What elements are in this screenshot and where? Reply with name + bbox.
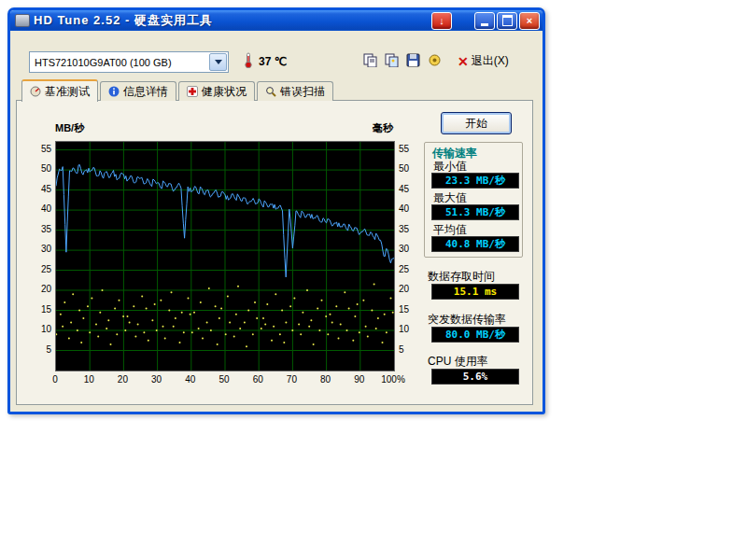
y-tick-right: 55 bbox=[399, 144, 423, 154]
drive-select-value: HTS721010G9AT00 (100 GB) bbox=[30, 57, 208, 68]
save-icon[interactable] bbox=[405, 52, 421, 68]
x-tick: 50 bbox=[209, 374, 239, 385]
benchmark-plot bbox=[55, 141, 395, 371]
x-tick: 0 bbox=[40, 374, 70, 385]
x-tick: 60 bbox=[243, 374, 273, 385]
drive-select[interactable]: HTS721010G9AT00 (100 GB) bbox=[29, 51, 229, 73]
min-value: 23.3 MB/秒 bbox=[431, 173, 519, 189]
copy-text-icon[interactable] bbox=[362, 52, 378, 68]
toolbar-icons bbox=[362, 52, 443, 68]
app-icon bbox=[15, 14, 30, 27]
y-tick-left: 30 bbox=[27, 244, 51, 254]
exit-button[interactable]: ✕ 退出(X) bbox=[458, 53, 509, 69]
y-tick-right: 45 bbox=[399, 184, 423, 194]
tab-health-label: 健康状况 bbox=[202, 84, 247, 100]
y-tick-right: 30 bbox=[399, 244, 423, 254]
y-tick-right: 5 bbox=[399, 344, 423, 355]
hd-tune-window: HD Tune 2.52 - 硬盘实用工具 ↓ × HTS721010G9AT0… bbox=[7, 7, 545, 414]
scan-icon bbox=[265, 86, 276, 97]
y-tick-left: 10 bbox=[27, 324, 51, 334]
y-tick-right: 50 bbox=[399, 163, 423, 174]
options-icon[interactable] bbox=[427, 52, 443, 68]
thermometer-icon bbox=[243, 52, 254, 73]
minimize-icon bbox=[481, 23, 488, 26]
x-tick: 30 bbox=[142, 374, 172, 385]
access-time-value: 15.1 ms bbox=[431, 284, 519, 300]
benchmark-panel: MB/秒 毫秒 510152025303540455055 5101520253… bbox=[16, 100, 533, 405]
y-tick-left: 35 bbox=[27, 224, 51, 234]
burst-rate-label: 突发数据传输率 bbox=[428, 312, 506, 328]
tab-benchmark[interactable]: 基准测试 bbox=[21, 79, 98, 102]
y-tick-left: 45 bbox=[27, 184, 51, 194]
avg-value: 40.8 MB/秒 bbox=[431, 236, 519, 252]
exit-x-icon: ✕ bbox=[458, 55, 469, 68]
x-tick: 10 bbox=[74, 374, 104, 385]
x-tick: 20 bbox=[107, 374, 137, 385]
y-tick-right: 25 bbox=[399, 264, 423, 274]
tab-error-scan-label: 错误扫描 bbox=[280, 84, 325, 100]
info-icon bbox=[108, 86, 120, 97]
right-axis-title: 毫秒 bbox=[346, 121, 393, 135]
start-button[interactable]: 开始 bbox=[441, 112, 512, 134]
drive-select-dropdown-button[interactable] bbox=[209, 53, 227, 71]
capture-button[interactable]: ↓ bbox=[431, 12, 452, 30]
max-value: 51.3 MB/秒 bbox=[431, 204, 519, 220]
temperature-value: 37 ℃ bbox=[259, 55, 287, 68]
y-tick-right: 10 bbox=[399, 324, 423, 334]
x-tick: 70 bbox=[276, 374, 306, 385]
y-tick-left: 55 bbox=[27, 144, 51, 154]
close-button[interactable]: × bbox=[519, 12, 540, 30]
copy-image-icon[interactable] bbox=[384, 52, 400, 68]
tab-health[interactable]: 健康状况 bbox=[178, 81, 255, 101]
tab-error-scan[interactable]: 错误扫描 bbox=[257, 81, 333, 101]
y-tick-left: 40 bbox=[27, 203, 51, 214]
y-tick-left: 20 bbox=[27, 284, 51, 294]
maximize-icon bbox=[502, 15, 513, 26]
x-tick: 80 bbox=[311, 374, 341, 385]
left-axis-title: MB/秒 bbox=[55, 121, 84, 135]
window-title: HD Tune 2.52 - 硬盘实用工具 bbox=[34, 12, 213, 29]
desktop: HD Tune 2.52 - 硬盘实用工具 ↓ × HTS721010G9AT0… bbox=[0, 0, 747, 560]
y-tick-right: 20 bbox=[399, 284, 423, 294]
exit-label: 退出(X) bbox=[472, 53, 509, 69]
tab-info-label: 信息详情 bbox=[123, 84, 168, 100]
chevron-down-icon bbox=[215, 60, 222, 64]
y-tick-right: 40 bbox=[399, 203, 423, 214]
tab-benchmark-label: 基准测试 bbox=[45, 84, 90, 100]
x-tick: 40 bbox=[176, 374, 205, 385]
x-tick: 90 bbox=[345, 374, 374, 385]
burst-rate-value: 80.0 MB/秒 bbox=[431, 327, 519, 343]
minimize-button[interactable] bbox=[474, 12, 495, 30]
y-tick-right: 15 bbox=[399, 304, 423, 315]
y-tick-left: 15 bbox=[27, 304, 51, 315]
tab-info[interactable]: 信息详情 bbox=[100, 81, 176, 101]
y-tick-left: 25 bbox=[27, 264, 51, 274]
access-time-label: 数据存取时间 bbox=[428, 269, 495, 285]
y-tick-left: 5 bbox=[27, 344, 51, 355]
x-tick: 100% bbox=[378, 374, 408, 385]
gauge-icon bbox=[30, 86, 41, 97]
health-icon bbox=[187, 86, 198, 97]
y-tick-right: 35 bbox=[399, 224, 423, 234]
titlebar[interactable]: HD Tune 2.52 - 硬盘实用工具 ↓ × bbox=[10, 10, 543, 31]
maximize-button[interactable] bbox=[497, 12, 517, 30]
y-tick-left: 50 bbox=[27, 163, 51, 174]
tab-strip: 基准测试 信息详情 健康状况 bbox=[21, 81, 335, 102]
cpu-usage-value: 5.6% bbox=[431, 369, 519, 385]
cpu-usage-label: CPU 使用率 bbox=[428, 354, 488, 370]
